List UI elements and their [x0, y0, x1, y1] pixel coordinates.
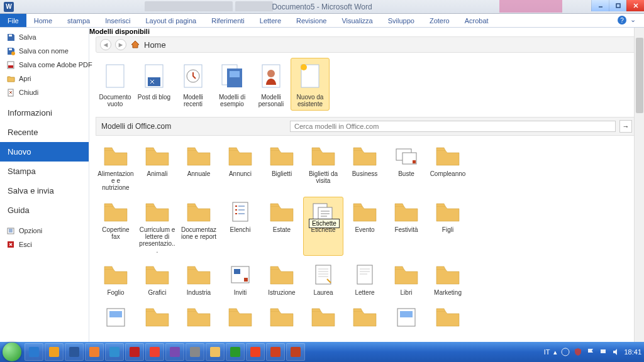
- sidebar-salva-come-adobe-pdf[interactable]: Salva come Adobe PDF: [0, 58, 89, 72]
- taskbar-app-0[interactable]: [25, 343, 43, 361]
- scrollbar-thumb[interactable]: [636, 38, 643, 113]
- folder-istruzione[interactable]: Istruzione: [262, 260, 302, 298]
- tray-flag-icon[interactable]: [586, 348, 595, 356]
- taskbar-app-13[interactable]: [286, 343, 305, 361]
- tray-language[interactable]: IT: [544, 348, 550, 356]
- folder-more[interactable]: [137, 302, 177, 333]
- sidebar-guida[interactable]: Guida: [0, 200, 89, 220]
- folder-grafici[interactable]: Grafici: [137, 260, 177, 298]
- folder-buste[interactable]: Buste: [386, 141, 426, 193]
- template-blog-post[interactable]: Post di blog: [135, 58, 174, 111]
- folder-more[interactable]: [262, 302, 302, 333]
- folder-more[interactable]: [428, 302, 468, 333]
- folder-annuale[interactable]: Annuale: [179, 141, 219, 193]
- sidebar-opzioni[interactable]: Opzioni: [0, 224, 89, 238]
- scrollbar[interactable]: [634, 28, 644, 348]
- folder-figli[interactable]: Figli: [428, 197, 468, 256]
- taskbar-app-6[interactable]: [145, 343, 164, 361]
- breadcrumb-home[interactable]: Home: [144, 40, 166, 50]
- folder-documentazione-e-rep[interactable]: Documentazione e report: [179, 197, 219, 256]
- close-button[interactable]: [626, 0, 644, 11]
- folder-compleanno[interactable]: Compleanno: [428, 141, 468, 193]
- nav-forward-button[interactable]: ►: [115, 39, 126, 50]
- folder-more[interactable]: [96, 302, 136, 333]
- sidebar-informazioni[interactable]: Informazioni: [0, 103, 89, 123]
- ribbon-tab-layout-di-pagina[interactable]: Layout di pagina: [138, 14, 204, 27]
- folder-libri[interactable]: Libri: [386, 260, 426, 298]
- folder-lettere[interactable]: Lettere: [345, 260, 385, 298]
- ribbon-tab-stampa[interactable]: stampa: [60, 14, 97, 27]
- tray-chrome-icon[interactable]: [561, 348, 570, 356]
- sidebar-salva-e-invia[interactable]: Salva e invia: [0, 181, 89, 200]
- folder-more[interactable]: [386, 302, 426, 333]
- folder-etichette[interactable]: EtichetteEtichette: [303, 197, 343, 256]
- folder-biglietti-da-visita[interactable]: Biglietti da visita: [303, 141, 343, 193]
- ribbon-tab-home[interactable]: Home: [26, 14, 60, 27]
- folder-more[interactable]: [220, 302, 260, 333]
- sidebar-stampa[interactable]: Stampa: [0, 162, 89, 181]
- taskbar-app-11[interactable]: [246, 343, 265, 361]
- taskbar-app-3[interactable]: [85, 343, 104, 361]
- template-doc-blank[interactable]: Documento vuoto: [96, 58, 135, 111]
- taskbar-app-1[interactable]: [45, 343, 64, 361]
- folder-copertine-fax[interactable]: Copertine fax: [96, 197, 136, 256]
- folder-festivit-[interactable]: Festività: [386, 197, 426, 256]
- ribbon-tab-lettere[interactable]: Lettere: [252, 14, 289, 27]
- ribbon-tab-zotero[interactable]: Zotero: [422, 14, 457, 27]
- folder-more[interactable]: [303, 302, 343, 333]
- tray-expand-icon[interactable]: ▴: [553, 348, 557, 356]
- folder-estate[interactable]: Estate: [262, 197, 302, 256]
- taskbar-app-2[interactable]: [65, 343, 84, 361]
- template-from-existing[interactable]: Nuovo da esistente: [291, 58, 330, 111]
- sidebar-recente[interactable]: Recente: [0, 123, 89, 142]
- maximize-button[interactable]: [609, 0, 626, 11]
- folder-annunci[interactable]: Annunci: [220, 141, 260, 193]
- folder-evento[interactable]: Evento: [345, 197, 385, 256]
- tray-volume-icon[interactable]: [611, 348, 620, 356]
- folder-more[interactable]: [345, 302, 385, 333]
- taskbar-app-12[interactable]: [266, 343, 285, 361]
- template-recent[interactable]: Modelli recenti: [174, 58, 213, 111]
- tray-clock[interactable]: 18:41: [624, 348, 641, 356]
- sidebar-esci[interactable]: Esci: [0, 238, 89, 251]
- folder-marketing[interactable]: Marketing: [428, 260, 468, 298]
- folder-laurea[interactable]: Laurea: [303, 260, 343, 298]
- template-personal[interactable]: Modelli personali: [252, 58, 291, 111]
- sidebar-apri[interactable]: Apri: [0, 72, 89, 85]
- taskbar-app-4[interactable]: [105, 343, 124, 361]
- home-icon[interactable]: [130, 40, 140, 50]
- taskbar-app-10[interactable]: [226, 343, 245, 361]
- sidebar-salva[interactable]: Salva: [0, 30, 89, 44]
- ribbon-tab-revisione[interactable]: Revisione: [289, 14, 334, 27]
- sidebar-nuovo[interactable]: Nuovo: [0, 142, 89, 162]
- folder-elenchi[interactable]: Elenchi: [220, 197, 260, 256]
- minimize-button[interactable]: [591, 0, 609, 11]
- folder-animali[interactable]: Animali: [137, 141, 177, 193]
- taskbar-app-7[interactable]: [165, 343, 184, 361]
- folder-more[interactable]: [179, 302, 219, 333]
- ribbon-expand-button[interactable]: ⌄: [630, 16, 639, 25]
- folder-foglio[interactable]: Foglio: [96, 260, 136, 298]
- folder-biglietti[interactable]: Biglietti: [262, 141, 302, 193]
- ribbon-tab-file[interactable]: File: [0, 14, 26, 27]
- taskbar-app-8[interactable]: [186, 343, 204, 361]
- ribbon-tab-sviluppo[interactable]: Sviluppo: [380, 14, 422, 27]
- search-input[interactable]: [290, 121, 616, 132]
- folder-curriculum-e-lettere[interactable]: Curriculum e lettere di presentazio...: [137, 197, 177, 256]
- search-go-button[interactable]: →: [619, 120, 632, 133]
- folder-alimentazione-e-nutr[interactable]: Alimentazione e nutrizione: [96, 141, 136, 193]
- ribbon-tab-visualizza[interactable]: Visualizza: [334, 14, 380, 27]
- sidebar-salva-con-nome[interactable]: Salva con nome: [0, 44, 89, 58]
- folder-inviti[interactable]: Inviti: [220, 260, 260, 298]
- template-sample[interactable]: Modelli di esempio: [213, 58, 252, 111]
- ribbon-tab-riferimenti[interactable]: Riferimenti: [204, 14, 252, 27]
- start-button[interactable]: [0, 342, 24, 362]
- tray-shield-icon[interactable]: [574, 348, 582, 356]
- help-button[interactable]: ?: [618, 16, 626, 25]
- sidebar-chiudi[interactable]: Chiudi: [0, 85, 89, 99]
- tray-network-icon[interactable]: [599, 348, 608, 356]
- nav-back-button[interactable]: ◄: [100, 39, 111, 50]
- folder-industria[interactable]: Industria: [179, 260, 219, 298]
- taskbar-app-5[interactable]: [125, 343, 144, 361]
- ribbon-tab-acrobat[interactable]: Acrobat: [457, 14, 496, 27]
